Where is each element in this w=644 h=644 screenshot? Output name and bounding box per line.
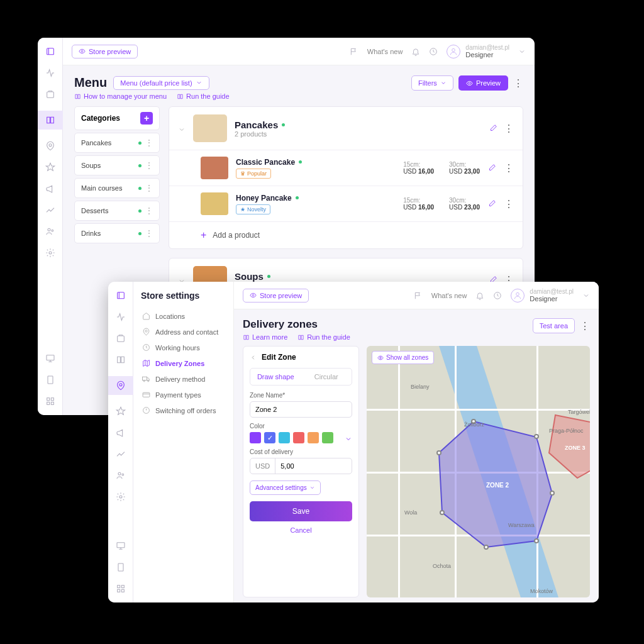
flag-icon[interactable] — [414, 291, 423, 300]
zone-handle[interactable] — [440, 510, 445, 515]
location-icon[interactable] — [45, 141, 55, 151]
users-icon[interactable] — [116, 470, 126, 480]
menu-selector[interactable]: Menu (default price list) — [113, 76, 209, 90]
filters-button[interactable]: Filters — [411, 75, 453, 91]
orders-icon[interactable] — [116, 333, 126, 343]
item-more-icon[interactable] — [145, 229, 153, 238]
zone-handle[interactable] — [550, 491, 555, 496]
cost-input[interactable]: USD5,00 — [250, 458, 352, 474]
add-category-button[interactable]: + — [140, 112, 153, 125]
category-item[interactable]: Desserts — [74, 201, 160, 221]
show-all-zones-button[interactable]: Show all zones — [372, 351, 434, 364]
item-more-icon[interactable] — [145, 206, 153, 215]
cancel-button[interactable]: Cancel — [250, 521, 352, 539]
menu-nav-icon[interactable] — [116, 355, 126, 365]
grid-icon[interactable] — [116, 584, 126, 594]
flag-icon[interactable] — [350, 47, 358, 56]
more-menu[interactable] — [580, 321, 590, 331]
tablet-icon[interactable] — [116, 562, 126, 572]
zone-handle[interactable] — [534, 434, 539, 439]
add-product-button[interactable]: +Add a product — [169, 221, 523, 248]
zone-handle[interactable] — [436, 450, 441, 455]
user-menu[interactable]: damian@test.plDesigner — [447, 44, 526, 58]
gear-icon[interactable] — [45, 248, 55, 258]
group-more-icon[interactable] — [504, 123, 514, 133]
preview-button[interactable]: Preview — [458, 75, 508, 91]
item-more-icon[interactable] — [145, 161, 153, 170]
megaphone-icon[interactable] — [45, 184, 55, 194]
tab-circular[interactable]: Circular — [301, 369, 352, 385]
color-swatch[interactable] — [250, 432, 261, 443]
color-swatch[interactable] — [264, 432, 275, 443]
clock-icon[interactable] — [429, 47, 438, 56]
trend-icon[interactable] — [116, 449, 126, 459]
test-area-button[interactable]: Test area — [533, 318, 575, 333]
activity-icon[interactable] — [116, 312, 126, 322]
whats-new-link[interactable]: What's new — [367, 48, 403, 55]
desktop-icon[interactable] — [116, 541, 126, 551]
zone-handle[interactable] — [484, 545, 489, 550]
edit-icon[interactable] — [489, 124, 497, 133]
settings-item-hours[interactable]: Working hours — [141, 340, 226, 355]
settings-item-address[interactable]: Address and contact — [141, 324, 226, 340]
back-icon[interactable] — [250, 354, 257, 361]
learn-more-link[interactable]: Learn more — [243, 333, 287, 341]
star-icon[interactable] — [116, 406, 126, 416]
edit-icon[interactable] — [487, 199, 496, 208]
more-menu[interactable] — [513, 78, 523, 88]
store-preview-button[interactable]: Store preview — [72, 45, 138, 58]
tablet-icon[interactable] — [45, 375, 55, 385]
color-swatch[interactable] — [308, 432, 319, 443]
run-guide-link[interactable]: Run the guide — [297, 333, 350, 341]
menu-nav-icon[interactable] — [38, 111, 63, 130]
grid-icon[interactable] — [45, 396, 55, 406]
gear-icon[interactable] — [116, 492, 126, 502]
zone-polygon-3[interactable]: ZONE 3 — [543, 409, 590, 484]
chevron-down-icon[interactable] — [345, 434, 352, 441]
map-canvas[interactable]: ZONE 2 ZONE 3 Bielany Żoliborz Praga-Pół… — [367, 346, 590, 597]
cost-label: Cost of delivery — [250, 448, 352, 455]
user-menu[interactable]: damian@test.plDesigner — [511, 288, 590, 303]
megaphone-icon[interactable] — [116, 428, 126, 438]
color-swatch[interactable] — [322, 432, 333, 443]
item-more-icon[interactable] — [145, 138, 153, 147]
zone-handle[interactable] — [534, 538, 539, 543]
help-manage-link[interactable]: How to manage your menu — [74, 92, 167, 100]
users-icon[interactable] — [45, 226, 55, 236]
activity-icon[interactable] — [45, 68, 55, 78]
bell-icon[interactable] — [475, 291, 484, 300]
advanced-settings-button[interactable]: Advanced settings — [250, 480, 321, 495]
run-guide-link[interactable]: Run the guide — [177, 92, 230, 100]
whats-new-link[interactable]: What's new — [431, 292, 467, 299]
trend-icon[interactable] — [45, 205, 55, 215]
settings-item-delivery[interactable]: Delivery method — [141, 371, 226, 387]
clock-icon[interactable] — [493, 291, 502, 300]
category-item[interactable]: Pancakes — [74, 133, 160, 153]
group-count: 2 products — [235, 130, 285, 138]
app-logo-icon[interactable] — [116, 291, 126, 301]
star-icon[interactable] — [45, 162, 55, 172]
category-item[interactable]: Drinks — [74, 223, 160, 243]
collapse-icon[interactable] — [178, 125, 186, 132]
edit-icon[interactable] — [487, 164, 496, 172]
settings-item-locations[interactable]: Locations — [141, 308, 226, 324]
settings-item-payment[interactable]: Payment types — [141, 387, 226, 402]
save-button[interactable]: Save — [250, 501, 352, 521]
orders-icon[interactable] — [45, 89, 55, 99]
category-item[interactable]: Main courses — [74, 178, 160, 198]
item-more-icon[interactable] — [145, 184, 153, 192]
category-item[interactable]: Soups — [74, 155, 160, 175]
bell-icon[interactable] — [411, 47, 420, 56]
settings-item-zones[interactable]: Delivery Zones — [141, 355, 226, 371]
zone-name-input[interactable] — [250, 401, 352, 418]
app-logo-icon[interactable] — [45, 47, 55, 57]
color-swatch[interactable] — [293, 432, 304, 443]
color-swatch[interactable] — [279, 432, 290, 443]
desktop-icon[interactable] — [45, 353, 55, 364]
store-preview-button[interactable]: Store preview — [243, 289, 309, 303]
product-more-icon[interactable] — [504, 199, 514, 209]
location-icon[interactable] — [108, 376, 133, 395]
product-more-icon[interactable] — [504, 163, 514, 173]
settings-item-switch-off[interactable]: Switching off orders — [141, 402, 226, 418]
tab-draw-shape[interactable]: Draw shape — [250, 369, 301, 385]
